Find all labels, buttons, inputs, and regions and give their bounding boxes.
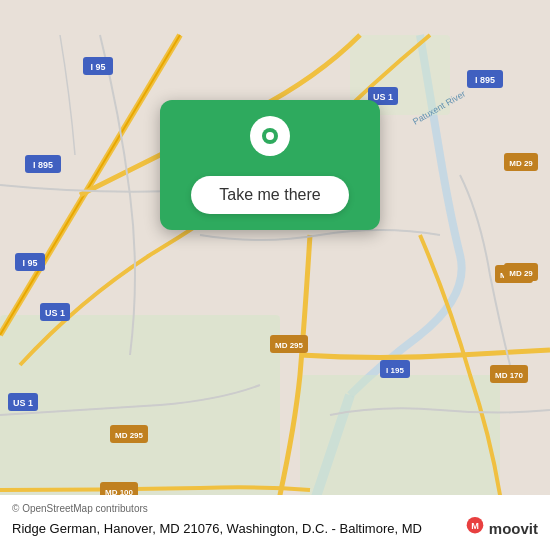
- svg-text:MD 29: MD 29: [509, 159, 533, 168]
- svg-text:MD 295: MD 295: [115, 431, 144, 440]
- svg-text:I 895: I 895: [475, 75, 495, 85]
- svg-text:I 195: I 195: [386, 366, 404, 375]
- svg-text:M: M: [471, 521, 479, 531]
- map-svg: I 95 I 895 US 1 I 895 I 95 US 1 US 1 MD …: [0, 0, 550, 550]
- svg-rect-0: [0, 315, 280, 515]
- svg-text:US 1: US 1: [373, 92, 393, 102]
- svg-text:I 95: I 95: [22, 258, 37, 268]
- map-pin-icon: [246, 118, 294, 166]
- svg-point-36: [266, 132, 274, 140]
- map-attribution: © OpenStreetMap contributors: [12, 503, 538, 514]
- bottom-info-bar: © OpenStreetMap contributors Ridge Germa…: [0, 495, 550, 550]
- moovit-logo: M moovit: [465, 516, 538, 540]
- svg-text:US 1: US 1: [13, 398, 33, 408]
- location-address: Ridge German, Hanover, MD 21076, Washing…: [12, 521, 457, 536]
- take-me-there-button[interactable]: Take me there: [191, 176, 348, 214]
- svg-rect-1: [300, 375, 500, 515]
- svg-text:US 1: US 1: [45, 308, 65, 318]
- svg-text:I 95: I 95: [90, 62, 105, 72]
- location-card: Take me there: [160, 100, 380, 230]
- svg-text:MD 295: MD 295: [275, 341, 304, 350]
- moovit-text: moovit: [489, 520, 538, 537]
- map-container: I 95 I 895 US 1 I 895 I 95 US 1 US 1 MD …: [0, 0, 550, 550]
- svg-text:MD 29: MD 29: [509, 269, 533, 278]
- svg-text:I 895: I 895: [33, 160, 53, 170]
- svg-text:MD 170: MD 170: [495, 371, 524, 380]
- moovit-pin-icon: M: [465, 516, 485, 540]
